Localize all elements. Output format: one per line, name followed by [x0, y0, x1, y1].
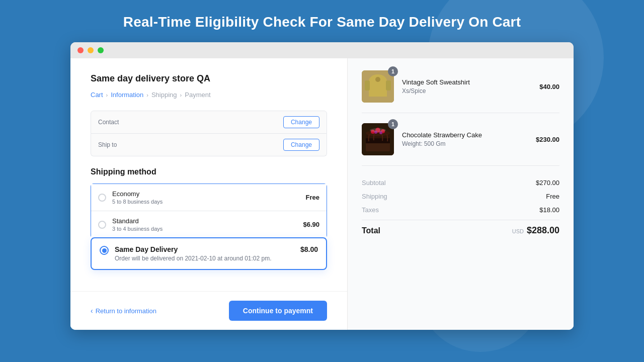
right-panel: 1 Vintage Soft Sweatshirt Xs/Spice $40.0…	[347, 58, 574, 330]
shipping-cost-label: Shipping	[362, 193, 387, 200]
shipping-option-economy[interactable]: Economy 5 to 8 business days Free	[91, 184, 327, 211]
currency-code: USD	[512, 228, 524, 234]
same-day-description: Order will be delivered on 2021-02-10 at…	[115, 255, 300, 262]
economy-name: Economy	[112, 190, 306, 198]
sweatshirt-image	[362, 70, 394, 103]
sweatshirt-image-wrap: 1	[362, 70, 394, 103]
grand-total-value: USD $288.00	[512, 225, 559, 236]
subtotal-label: Subtotal	[362, 179, 386, 187]
left-footer: ‹ Return to information Continue to paye…	[70, 291, 347, 330]
contact-change-button[interactable]: Change	[283, 116, 319, 128]
sweatshirt-name: Vintage Soft Sweatshirt	[402, 78, 531, 86]
sweatshirt-details: Vintage Soft Sweatshirt Xs/Spice	[402, 78, 531, 95]
standard-info: Standard 3 to 4 business days	[112, 217, 303, 232]
svg-rect-2	[369, 81, 387, 97]
radio-same-day	[100, 246, 109, 255]
browser-titlebar	[70, 42, 574, 58]
breadcrumb: Cart › Information › Shipping › Payment	[91, 91, 327, 99]
cake-details: Chocolate Strawberry Cake Weight: 500 Gm	[402, 131, 528, 147]
back-link-label: Return to information	[96, 307, 156, 315]
subtotal-row: Subtotal $270.00	[362, 176, 559, 190]
ship-to-label: Ship to	[98, 141, 126, 148]
grand-total-amount: $288.00	[527, 225, 559, 236]
same-day-delivery-option[interactable]: Same Day Delivery Order will be delivere…	[91, 237, 327, 270]
back-chevron-icon: ‹	[91, 307, 93, 315]
shipping-section-title: Shipping method	[91, 167, 327, 176]
cake-image	[362, 123, 394, 155]
cake-variant: Weight: 500 Gm	[402, 140, 528, 147]
contact-label: Contact	[98, 119, 126, 126]
svg-rect-4	[365, 80, 370, 90]
shipping-cost-row: Shipping Free	[362, 190, 559, 203]
left-content: Same day delivery store QA Cart › Inform…	[70, 58, 347, 291]
contact-row: Contact Change Ship to Change	[91, 111, 327, 156]
taxes-label: Taxes	[362, 206, 379, 214]
dot-red	[77, 47, 84, 53]
sweatshirt-price: $40.00	[539, 83, 559, 90]
standard-price: $6.90	[303, 221, 319, 228]
radio-economy	[98, 194, 106, 202]
svg-point-16	[370, 128, 386, 132]
economy-info: Economy 5 to 8 business days	[112, 190, 306, 205]
svg-point-3	[375, 77, 380, 82]
standard-days: 3 to 4 business days	[112, 226, 303, 232]
dot-green	[98, 47, 104, 53]
grand-total-label: Total	[362, 226, 380, 235]
back-to-information-link[interactable]: ‹ Return to information	[91, 307, 156, 315]
store-name: Same day delivery store QA	[91, 73, 327, 84]
standard-name: Standard	[112, 217, 303, 225]
breadcrumb-cart[interactable]: Cart	[91, 91, 103, 99]
breadcrumb-shipping: Shipping	[151, 91, 177, 99]
cake-name: Chocolate Strawberry Cake	[402, 131, 528, 139]
sweatshirt-svg	[362, 70, 394, 103]
same-day-price: $8.00	[300, 245, 318, 253]
same-day-info: Same Day Delivery Order will be delivere…	[115, 245, 300, 262]
breadcrumb-sep-2: ›	[146, 92, 148, 98]
radio-standard	[98, 221, 106, 229]
cake-svg	[362, 123, 394, 155]
ship-to-change-button[interactable]: Change	[283, 139, 319, 151]
sweatshirt-quantity-badge: 1	[388, 66, 398, 76]
order-totals: Subtotal $270.00 Shipping Free Taxes $18…	[362, 176, 559, 236]
order-item-sweatshirt: 1 Vintage Soft Sweatshirt Xs/Spice $40.0…	[362, 70, 559, 113]
dot-yellow	[88, 47, 94, 53]
order-item-cake: 1 Chocolate Strawberry Cake Weight: 500 …	[362, 123, 559, 166]
shipping-option-standard[interactable]: Standard 3 to 4 business days $6.90	[91, 211, 327, 238]
taxes-value: $18.00	[539, 206, 559, 214]
cake-price: $230.00	[536, 136, 559, 143]
shipping-cost-value: Free	[546, 193, 559, 200]
browser-content: Same day delivery store QA Cart › Inform…	[70, 58, 574, 330]
radio-same-day-dot	[102, 248, 107, 253]
grand-total-row: Total USD $288.00	[362, 220, 559, 236]
sweatshirt-variant: Xs/Spice	[402, 87, 531, 95]
economy-price: Free	[306, 194, 319, 201]
breadcrumb-payment: Payment	[185, 91, 210, 99]
svg-rect-7	[366, 142, 390, 151]
cake-quantity-badge: 1	[388, 119, 398, 129]
shipping-methods-list: Economy 5 to 8 business days Free Standa…	[91, 184, 327, 238]
cake-image-wrap: 1	[362, 123, 394, 155]
same-day-name: Same Day Delivery	[115, 245, 300, 253]
left-panel-container: Same day delivery store QA Cart › Inform…	[70, 58, 347, 330]
breadcrumb-sep-3: ›	[180, 92, 182, 98]
breadcrumb-sep-1: ›	[106, 92, 108, 98]
shipping-options-wrapper: Economy 5 to 8 business days Free Standa…	[91, 184, 327, 270]
browser-window: Same day delivery store QA Cart › Inform…	[70, 42, 574, 330]
taxes-row: Taxes $18.00	[362, 203, 559, 217]
svg-rect-5	[386, 80, 391, 90]
continue-to-payment-button[interactable]: Continue to payemnt	[229, 301, 327, 321]
breadcrumb-information: Information	[111, 91, 143, 99]
economy-days: 5 to 8 business days	[112, 199, 306, 205]
subtotal-value: $270.00	[536, 179, 559, 187]
